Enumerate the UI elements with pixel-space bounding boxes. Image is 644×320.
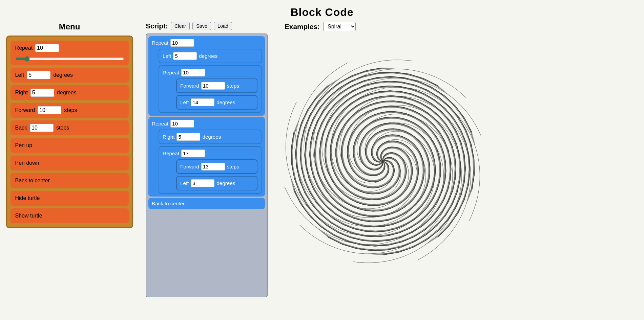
script-block-left-3: Left degrees: [176, 176, 257, 190]
examples-panel: Examples: Spiral Square Triangle Star Cu…: [285, 22, 641, 288]
examples-header: Examples: Spiral Square Triangle Star Cu…: [285, 22, 356, 31]
menu-backtocenter-label: Back to center: [15, 178, 50, 184]
block-forward-2-input[interactable]: [201, 163, 225, 170]
menu-penup-label: Pen up: [15, 142, 33, 148]
script-block-repeat-3: Repeat Right degrees Repeat: [148, 117, 265, 197]
menu-repeat-slider[interactable]: [15, 56, 124, 62]
menu-showturtle-label: Show turtle: [15, 213, 42, 219]
block-repeat-4-input[interactable]: [181, 150, 205, 157]
block-left-2-label: Left: [180, 99, 189, 105]
menu-back-unit: steps: [56, 125, 69, 131]
block-repeat-2-input[interactable]: [181, 69, 205, 76]
menu-right-input[interactable]: [30, 89, 54, 97]
block-left-3-input[interactable]: [191, 179, 214, 187]
script-block-repeat-2: Repeat Forward steps Left: [159, 65, 262, 113]
script-header: Script: Clear Save Load: [146, 22, 232, 30]
menu-repeat-input[interactable]: [35, 44, 59, 52]
block-left-1-input[interactable]: [173, 52, 197, 60]
menu-item-pendown[interactable]: Pen down: [11, 156, 129, 170]
menu-box: Repeat Left degrees Right degrees Forwar…: [6, 36, 133, 228]
page-title: Block Code: [0, 0, 644, 22]
examples-select[interactable]: Spiral Square Triangle Star Custom: [323, 22, 356, 31]
block-right-1-input[interactable]: [176, 133, 200, 141]
menu-panel: Menu Repeat Left degrees Right degrees: [3, 22, 136, 228]
block-left-3-label: Left: [180, 180, 189, 186]
block-forward-2-label: Forward: [180, 164, 199, 169]
block-left-2-unit: degrees: [216, 99, 235, 105]
menu-forward-input[interactable]: [38, 106, 61, 114]
save-button[interactable]: Save: [192, 22, 211, 30]
block-repeat-4-label: Repeat: [163, 151, 179, 156]
menu-forward-label: Forward: [15, 107, 35, 113]
menu-item-repeat[interactable]: Repeat: [11, 41, 129, 65]
block-repeat-2-label: Repeat: [163, 70, 179, 75]
script-panel: Script: Clear Save Load Repeat Left degr…: [146, 22, 274, 297]
block-repeat-1-input[interactable]: [170, 39, 194, 47]
script-block-backtocenter[interactable]: Back to center: [148, 198, 265, 209]
canvas-area: [285, 35, 481, 288]
block-forward-1-label: Forward: [180, 83, 199, 89]
block-forward-1-input[interactable]: [201, 82, 225, 90]
clear-button[interactable]: Clear: [171, 22, 190, 30]
block-repeat-3-label: Repeat: [152, 121, 168, 127]
menu-back-input[interactable]: [30, 124, 54, 132]
block-forward-2-unit: steps: [227, 164, 239, 169]
menu-item-showturtle[interactable]: Show turtle: [11, 208, 129, 223]
menu-item-hideturtle[interactable]: Hide turtle: [11, 191, 129, 206]
block-left-3-unit: degrees: [216, 180, 235, 186]
script-block-forward-2: Forward steps: [176, 159, 257, 174]
menu-item-left[interactable]: Left degrees: [11, 68, 129, 83]
block-left-1-unit: degrees: [199, 53, 217, 59]
menu-left-unit: degrees: [53, 72, 73, 78]
menu-item-back[interactable]: Back steps: [11, 120, 129, 135]
load-button[interactable]: Load: [214, 22, 232, 30]
block-repeat-3-input[interactable]: [170, 120, 194, 128]
menu-right-unit: degrees: [57, 90, 77, 96]
script-block-left-1: Left degrees: [159, 49, 262, 63]
menu-back-label: Back: [15, 125, 27, 131]
block-right-1-unit: degrees: [202, 134, 221, 140]
backtocenter-label: Back to center: [152, 201, 262, 206]
script-block-repeat-1: Repeat Left degrees Repeat: [148, 36, 265, 116]
menu-item-right[interactable]: Right degrees: [11, 85, 129, 100]
script-block-left-2: Left degrees: [176, 95, 257, 110]
menu-item-backtocenter[interactable]: Back to center: [11, 173, 129, 188]
spiral-visualization: [285, 35, 481, 288]
menu-item-forward[interactable]: Forward steps: [11, 103, 129, 118]
menu-right-label: Right: [15, 90, 28, 96]
menu-forward-unit: steps: [64, 107, 77, 113]
script-block-forward-1: Forward steps: [176, 78, 257, 93]
block-right-1-label: Right: [163, 134, 174, 140]
examples-heading: Examples:: [285, 23, 320, 31]
script-block-repeat-4: Repeat Forward steps Left: [159, 146, 262, 194]
block-repeat-1-label: Repeat: [152, 40, 168, 46]
menu-heading: Menu: [59, 22, 80, 31]
menu-pendown-label: Pen down: [15, 160, 39, 166]
menu-left-label: Left: [15, 72, 24, 78]
menu-repeat-label: Repeat: [15, 45, 33, 51]
menu-left-input[interactable]: [27, 71, 50, 79]
block-forward-1-unit: steps: [227, 83, 239, 89]
block-left-1-label: Left: [163, 53, 171, 59]
script-block-right-1: Right degrees: [159, 130, 262, 144]
menu-hideturtle-label: Hide turtle: [15, 195, 40, 201]
script-area[interactable]: Repeat Left degrees Repeat: [146, 33, 268, 297]
block-left-2-input[interactable]: [191, 98, 214, 106]
menu-item-penup[interactable]: Pen up: [11, 138, 129, 153]
script-heading: Script:: [146, 22, 168, 30]
